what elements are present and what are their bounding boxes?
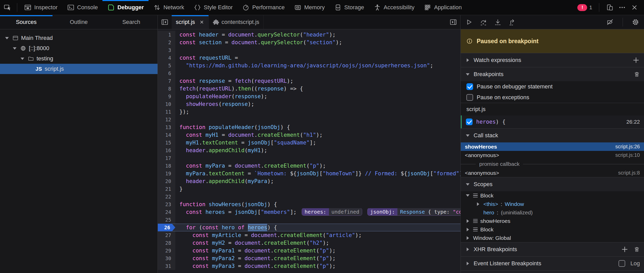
tab-debugger[interactable]: Debugger	[102, 0, 149, 15]
error-badge-group[interactable]: !1	[577, 4, 592, 11]
scope-node[interactable]: <this>: Window	[461, 200, 644, 208]
accordion-header-call-stack[interactable]: Call stack	[461, 129, 644, 142]
checked-checkbox[interactable]	[466, 83, 473, 90]
line-number-gutter[interactable]: 10	[158, 100, 175, 108]
line-number-gutter[interactable]: 11	[158, 108, 175, 116]
tab-search[interactable]: Search	[105, 15, 158, 29]
collapse-sources-panel-button[interactable]	[158, 15, 172, 29]
sources-tree-item-MainThread[interactable]: Main Thread	[0, 33, 158, 43]
remove-xhr-breakpoints-button[interactable]	[634, 246, 640, 252]
resume-button[interactable]	[465, 18, 473, 26]
expander-arrow[interactable]	[4, 37, 10, 39]
line-number-gutter[interactable]: 21	[158, 185, 175, 193]
tab-application[interactable]: Application	[419, 0, 466, 15]
unchecked-checkbox[interactable]	[466, 94, 473, 101]
code-text[interactable]: const myH1 = document.createElement("h1"…	[175, 131, 460, 139]
accordion-header-dom-mutation-breakpoints[interactable]: DOM Mutation Breakpoints	[461, 271, 644, 273]
line-number-gutter[interactable]: 16	[158, 147, 175, 154]
expander-arrow[interactable]	[475, 202, 481, 206]
breakpoint-checkbox[interactable]	[466, 119, 473, 125]
scope-node[interactable]: Block	[461, 225, 644, 234]
code-text[interactable]: const response = fetch(requestURL);	[175, 77, 460, 85]
line-number-gutter[interactable]: 19	[158, 170, 175, 177]
line-number-gutter[interactable]: 22	[158, 193, 175, 201]
accordion-header-breakpoints[interactable]: Breakpoints	[461, 67, 644, 81]
tab-console[interactable]: Console	[62, 0, 103, 15]
inline-preview-chip[interactable]: heroes:undefined	[302, 208, 362, 216]
code-text[interactable]	[175, 216, 460, 224]
toolbox-menu-button[interactable]	[618, 4, 626, 11]
line-number-gutter[interactable]: 13	[158, 123, 175, 131]
add-watch-expression-button[interactable]	[632, 56, 640, 64]
disable-breakpoints-button[interactable]	[606, 18, 614, 26]
expander-arrow[interactable]	[465, 228, 471, 231]
step-over-button[interactable]	[480, 18, 487, 26]
step-in-button[interactable]	[494, 18, 502, 26]
line-number-gutter[interactable]: 28	[158, 239, 175, 247]
line-number-gutter[interactable]: 8	[158, 85, 175, 93]
code-text[interactable]	[175, 46, 460, 54]
expander-arrow[interactable]	[12, 47, 18, 50]
line-number-gutter[interactable]: 18	[158, 162, 175, 170]
code-text[interactable]: function populateHeader(jsonObj) {	[175, 123, 460, 131]
expander-arrow[interactable]	[465, 194, 471, 197]
code-text[interactable]	[175, 69, 460, 77]
log-checkbox[interactable]	[619, 260, 625, 267]
code-text[interactable]: myH1.textContent = jsonObj["squadName"];	[175, 139, 460, 147]
tab-inspector[interactable]: Inspector	[19, 0, 62, 15]
line-number-gutter[interactable]: 24	[158, 208, 175, 216]
inline-preview-chip[interactable]: jsonObj:Response { type: "co	[367, 208, 460, 216]
expander-arrow[interactable]	[465, 236, 471, 240]
accordion-header-watch-expressions[interactable]: Watch expressions	[461, 53, 644, 67]
debugger-settings-button[interactable]	[632, 18, 639, 26]
remove-breakpoints-button[interactable]	[634, 71, 640, 77]
code-text[interactable]: showHeroes(response);	[175, 100, 460, 108]
expand-panes-button[interactable]	[446, 15, 460, 29]
line-number-gutter[interactable]: 9	[158, 93, 175, 100]
code-text[interactable]: const section = document.querySelector("…	[175, 39, 460, 46]
code-text[interactable]: const heroes = jsonObj["members"];heroes…	[175, 208, 460, 216]
close-devtools-button[interactable]	[631, 4, 638, 11]
code-text[interactable]: const myPara3 = document.createElement("…	[175, 262, 460, 270]
line-number-gutter[interactable]: 31	[158, 262, 175, 270]
editor-tab-script.js[interactable]: script.js	[172, 15, 209, 29]
accordion-header-scopes[interactable]: Scopes	[461, 177, 644, 191]
breakpoint-item[interactable]: heroes) {26:22	[461, 115, 644, 128]
tab-storage[interactable]: Storage	[329, 0, 369, 15]
accordion-header-xhr-breakpoints[interactable]: XHR Breakpoints	[461, 242, 644, 256]
line-number-gutter[interactable]: 15	[158, 139, 175, 147]
accordion-header-event-listener-breakpoints[interactable]: Event Listener BreakpointsLog	[461, 257, 644, 270]
code-text[interactable]: header.appendChild(myH1);	[175, 147, 460, 154]
tab-accessibility[interactable]: Accessibility	[369, 0, 419, 15]
expander-arrow[interactable]	[20, 58, 25, 60]
code-text[interactable]: const header = document.querySelector("h…	[175, 31, 460, 39]
code-text[interactable]: for (const hero of heroes) {	[175, 224, 460, 231]
code-text[interactable]: function showHeroes(jsonObj) {	[175, 201, 460, 208]
line-number-gutter[interactable]: 1	[158, 31, 175, 39]
line-number-gutter[interactable]: 2	[158, 39, 175, 46]
line-number-gutter[interactable]: 30	[158, 254, 175, 262]
close-tab-button[interactable]	[199, 20, 204, 25]
line-number-gutter[interactable]: 7	[158, 77, 175, 85]
code-text[interactable]: populateHeader(response);	[175, 93, 460, 100]
code-text[interactable]: myPara.textContent = `Hometown: ${jsonOb…	[175, 170, 460, 177]
sources-tree-item-8000[interactable]: [::]:8000	[0, 43, 158, 53]
sources-tree-item-script.js[interactable]: JSscript.js	[0, 64, 158, 74]
line-number-gutter[interactable]: 6	[158, 69, 175, 77]
tab-memory[interactable]: Memory	[289, 0, 329, 15]
tab-network[interactable]: Network	[149, 0, 189, 15]
code-text[interactable]: header.appendChild(myPara);	[175, 177, 460, 185]
tab-outline[interactable]: Outline	[53, 15, 105, 29]
scope-node[interactable]: Window: Global	[461, 234, 644, 242]
tab-sources[interactable]: Sources	[0, 15, 53, 29]
line-number-gutter[interactable]: 25	[158, 216, 175, 224]
line-number-gutter[interactable]: 14	[158, 131, 175, 139]
code-text[interactable]: fetch(requestURL).then((response) => {	[175, 85, 460, 93]
call-stack-frame[interactable]: showHeroesscript.js:26	[461, 142, 644, 151]
call-stack-frame[interactable]: <anonymous>script.js:8	[461, 169, 644, 177]
line-number-gutter[interactable]: 26	[158, 224, 175, 231]
tab-performance[interactable]: Performance	[237, 0, 289, 15]
step-out-button[interactable]	[508, 18, 516, 26]
pick-element-button[interactable]	[0, 0, 15, 15]
code-text[interactable]: const requestURL =	[175, 54, 460, 62]
